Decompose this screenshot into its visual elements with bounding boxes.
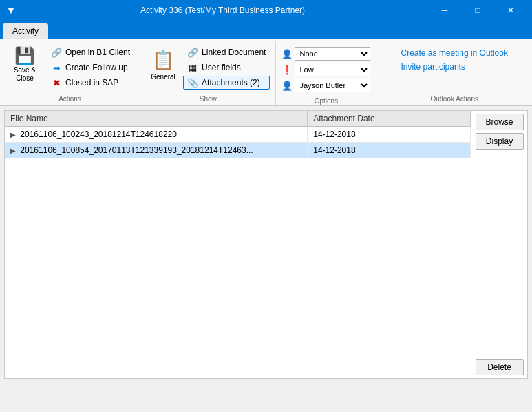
show-content: 📋 General 🔗 Linked Document ▦ User field… bbox=[146, 41, 270, 93]
table-area: File Name Attachment Date ▶ 20161106_100… bbox=[5, 111, 471, 378]
cell-filename-2: ▶ 20161106_100854_20170113T121339193_201… bbox=[5, 143, 308, 158]
show-small-buttons: 🔗 Linked Document ▦ User fields 📎 Attach… bbox=[183, 44, 270, 90]
minimize-button[interactable]: ─ bbox=[429, 0, 460, 21]
show-label: Show bbox=[146, 93, 270, 105]
create-follow-up-button[interactable]: ➡ Create Follow up bbox=[47, 61, 134, 74]
options-dropdowns: 👤 None Low Medium High ❗ None Low Medium… bbox=[281, 44, 370, 92]
ribbon-group-options: 👤 None Low Medium High ❗ None Low Medium… bbox=[276, 41, 376, 105]
col-header-filename: File Name bbox=[5, 111, 308, 127]
ribbon: 💾 Save &Close 🔗 Open in B1 Client ➡ Crea… bbox=[0, 39, 532, 106]
display-button[interactable]: Display bbox=[476, 133, 524, 150]
options-label: Options bbox=[281, 95, 370, 107]
cell-date-2: 14-12-2018 bbox=[308, 143, 471, 158]
expand-icon-2[interactable]: ▶ bbox=[10, 147, 16, 154]
outlook-label: Outlook Actions bbox=[382, 93, 526, 105]
options-content: 👤 None Low Medium High ❗ None Low Medium… bbox=[281, 41, 370, 95]
priority-select[interactable]: None Low Medium High bbox=[295, 63, 370, 76]
follow-up-icon: ➡ bbox=[51, 63, 62, 73]
col-header-date: Attachment Date bbox=[308, 111, 471, 127]
window-title: Activity 336 (Test/My Third Business Par… bbox=[17, 6, 429, 15]
side-button-panel: Browse Display Delete bbox=[471, 111, 527, 378]
bottom-buttons: Delete bbox=[476, 359, 524, 375]
option-row-person: 👤 Jayson Butler bbox=[281, 79, 370, 92]
window-controls: ─ □ ✕ bbox=[429, 0, 526, 21]
outlook-content: Create as meeting in Outlook Invite part… bbox=[398, 41, 511, 93]
cell-filename-1: ▶ 20161106_100243_20181214T124618220 bbox=[5, 127, 308, 143]
ribbon-group-outlook: Create as meeting in Outlook Invite part… bbox=[376, 41, 532, 105]
linked-document-button[interactable]: 🔗 Linked Document bbox=[183, 45, 270, 59]
actions-label: Actions bbox=[6, 93, 134, 105]
outlook-links: Create as meeting in Outlook Invite part… bbox=[398, 44, 511, 73]
browse-button[interactable]: Browse bbox=[476, 114, 524, 130]
none-icon: 👤 bbox=[281, 49, 292, 59]
attachments-icon: 📎 bbox=[187, 78, 198, 88]
actions-small-buttons: 🔗 Open in B1 Client ➡ Create Follow up ✖… bbox=[47, 44, 134, 90]
none-select[interactable]: None Low Medium High bbox=[295, 47, 370, 61]
open-b1-client-button[interactable]: 🔗 Open in B1 Client bbox=[47, 45, 134, 59]
attachments-table: File Name Attachment Date ▶ 20161106_100… bbox=[5, 111, 471, 158]
closed-in-sap-button[interactable]: ✖ Closed in SAP bbox=[47, 76, 134, 90]
save-icon: 💾 bbox=[14, 48, 35, 64]
general-button[interactable]: 📋 General bbox=[146, 44, 180, 85]
table-row[interactable]: ▶ 20161106_100243_20181214T124618220 14-… bbox=[5, 127, 471, 143]
table-header-row: File Name Attachment Date bbox=[5, 111, 471, 127]
save-close-button[interactable]: 💾 Save &Close bbox=[6, 44, 44, 85]
expand-icon-1[interactable]: ▶ bbox=[10, 131, 16, 138]
user-fields-button[interactable]: ▦ User fields bbox=[183, 61, 270, 74]
general-label: General bbox=[151, 73, 175, 81]
option-row-priority: ❗ None Low Medium High bbox=[281, 63, 370, 76]
general-icon: 📋 bbox=[152, 50, 174, 71]
attachments-button[interactable]: 📎 Attachments (2) bbox=[183, 76, 270, 90]
linked-doc-icon: 🔗 bbox=[187, 48, 198, 58]
actions-content: 💾 Save &Close 🔗 Open in B1 Client ➡ Crea… bbox=[6, 41, 134, 93]
table-row[interactable]: ▶ 20161106_100854_20170113T121339193_201… bbox=[5, 143, 471, 158]
app-icon: ▼ bbox=[6, 5, 17, 16]
close-button[interactable]: ✕ bbox=[495, 0, 526, 21]
maximize-button[interactable]: □ bbox=[462, 0, 493, 21]
option-row-none: 👤 None Low Medium High bbox=[281, 47, 370, 61]
main-content: File Name Attachment Date ▶ 20161106_100… bbox=[4, 110, 528, 379]
ribbon-group-show: 📋 General 🔗 Linked Document ▦ User field… bbox=[140, 41, 276, 105]
cell-date-1: 14-12-2018 bbox=[308, 127, 471, 143]
person-select[interactable]: Jayson Butler bbox=[295, 79, 370, 92]
create-meeting-link[interactable]: Create as meeting in Outlook bbox=[398, 47, 511, 59]
delete-button[interactable]: Delete bbox=[476, 359, 524, 375]
tab-activity[interactable]: Activity bbox=[3, 23, 48, 39]
priority-icon: ❗ bbox=[281, 65, 292, 75]
invite-participants-link[interactable]: Invite participants bbox=[398, 61, 511, 73]
tab-bar: Activity bbox=[0, 21, 532, 39]
top-buttons: Browse Display bbox=[476, 114, 524, 150]
ribbon-group-actions: 💾 Save &Close 🔗 Open in B1 Client ➡ Crea… bbox=[0, 41, 140, 105]
user-fields-icon: ▦ bbox=[187, 63, 198, 73]
closed-icon: ✖ bbox=[51, 78, 62, 88]
b1-client-icon: 🔗 bbox=[51, 48, 62, 58]
title-bar: ▼ Activity 336 (Test/My Third Business P… bbox=[0, 0, 532, 21]
person-icon: 👤 bbox=[281, 81, 292, 91]
